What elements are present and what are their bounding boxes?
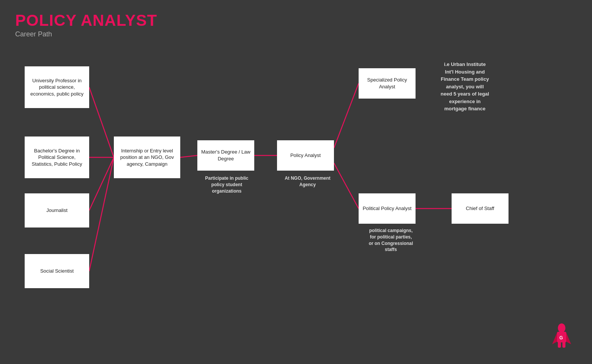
svg-rect-13 <box>558 342 561 348</box>
superhero-logo-icon: G <box>550 323 573 350</box>
journalist-node: Journalist <box>25 193 89 228</box>
chief-of-staff-node: Chief of Staff <box>452 193 509 224</box>
at-ngo-label: At NGO, Government Agency <box>272 175 343 188</box>
header: POLICY ANALYST Career Path <box>15 11 157 38</box>
participate-label: Participate in public policy student org… <box>192 175 262 194</box>
svg-marker-11 <box>552 333 557 344</box>
specialized-policy-analyst-node: Specialized Policy Analyst <box>359 68 416 99</box>
svg-point-9 <box>558 323 565 333</box>
masters-degree-node: Master's Degree / Law Degree <box>197 140 254 171</box>
internship-node: Internship or Entry level position at an… <box>114 136 180 178</box>
university-professor-node: University Professor in political scienc… <box>25 66 89 108</box>
page-title: POLICY ANALYST <box>15 11 157 30</box>
logo-mascot: G <box>550 323 573 353</box>
svg-line-6 <box>334 83 359 148</box>
svg-line-4 <box>180 155 197 157</box>
svg-line-0 <box>89 87 114 157</box>
policy-analyst-node: Policy Analyst <box>277 140 334 171</box>
political-policy-analyst-node: Political Policy Analyst <box>359 193 416 224</box>
bachelors-degree-node: Bachelor's Degree in Political Science, … <box>25 136 89 178</box>
social-scientist-node: Social Scientist <box>25 254 89 288</box>
svg-line-2 <box>89 157 114 210</box>
svg-text:G: G <box>559 335 563 340</box>
svg-marker-12 <box>566 333 571 344</box>
specialized-note-label: i.e Urban Institute Int'l Housing and Fi… <box>423 61 507 113</box>
svg-line-3 <box>89 157 114 271</box>
political-note-label: political campaigns, for political parti… <box>353 228 429 253</box>
svg-rect-14 <box>562 342 565 348</box>
page-subtitle: Career Path <box>15 30 157 38</box>
